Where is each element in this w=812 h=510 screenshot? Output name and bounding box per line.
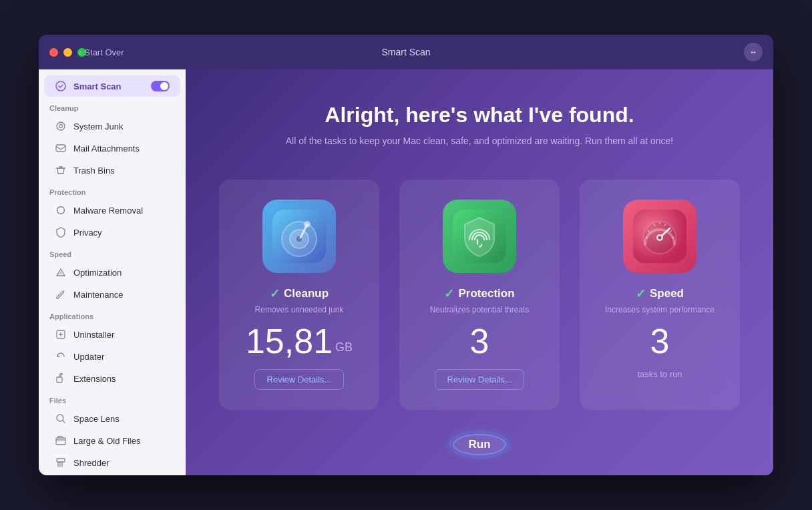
avatar-button[interactable]: ••	[744, 43, 763, 61]
malware-removal-label: Malware Removal	[73, 206, 143, 216]
start-over-label: Start Over	[84, 47, 124, 57]
cleanup-card-icon	[262, 200, 336, 273]
system-junk-label: System Junk	[73, 121, 123, 132]
minimize-button[interactable]	[63, 48, 72, 57]
sidebar-item-smart-scan[interactable]: Smart Scan	[44, 75, 180, 97]
protection-review-button[interactable]: Review Details...	[435, 369, 525, 390]
titlebar-center: Smart Scan	[381, 47, 430, 57]
sidebar-item-maintenance[interactable]: Maintenance	[44, 284, 180, 305]
speed-card-label: ✓ Speed	[636, 286, 684, 301]
sidebar-category-files: Files	[39, 390, 186, 407]
extensions-icon	[55, 372, 67, 385]
cleanup-unit: GB	[335, 340, 353, 354]
sidebar-category-speed: Speed	[39, 244, 186, 261]
cleanup-check-icon: ✓	[270, 286, 280, 301]
sidebar-item-system-junk[interactable]: System Junk	[44, 115, 180, 137]
system-junk-icon	[55, 120, 67, 132]
mail-attachments-label: Mail Attachments	[73, 144, 140, 154]
smart-scan-icon	[55, 80, 67, 92]
optimization-icon	[55, 266, 67, 278]
cleanup-label-text: Cleanup	[284, 287, 329, 300]
protection-desc: Neutralizes potential threats	[430, 305, 530, 314]
maintenance-label: Maintenance	[73, 290, 123, 300]
svg-point-1	[57, 122, 65, 130]
speed-label-text: Speed	[650, 287, 684, 300]
sidebar-category-cleanup: Cleanup	[39, 97, 186, 115]
card-speed: ✓ Speed Increases system performance 3 t…	[580, 180, 740, 410]
svg-point-31	[658, 236, 662, 240]
protection-number-row: 3	[470, 324, 489, 361]
svg-point-11	[57, 415, 63, 421]
sidebar-item-malware-removal[interactable]: Malware Removal	[44, 200, 180, 221]
cleanup-number-row: 15,81 GB	[246, 324, 353, 361]
sidebar-category-applications: Applications	[39, 306, 186, 323]
svg-point-8	[63, 291, 65, 292]
svg-rect-3	[56, 145, 65, 152]
speed-number: 3	[650, 324, 670, 358]
large-old-files-icon	[55, 435, 67, 447]
privacy-label: Privacy	[73, 228, 102, 238]
protection-label-text: Protection	[458, 287, 514, 300]
svg-rect-10	[57, 377, 62, 382]
sidebar-item-extensions[interactable]: Extensions	[44, 368, 180, 389]
protection-card-label: ✓ Protection	[444, 286, 514, 301]
speed-tasks-label: tasks to run	[637, 369, 682, 379]
chevron-left-icon: ‹	[79, 47, 81, 57]
cleanup-review-button[interactable]: Review Details...	[254, 369, 345, 390]
optimization-label: Optimization	[73, 268, 122, 278]
card-cleanup: ✓ Cleanup Removes unneeded junk 15,81 GB…	[219, 180, 379, 410]
sidebar-item-space-lens[interactable]: Space Lens	[44, 408, 180, 429]
maintenance-icon	[55, 288, 67, 300]
sidebar-item-optimization[interactable]: Optimization	[44, 262, 180, 283]
speed-check-icon: ✓	[636, 286, 646, 301]
start-over-button[interactable]: ‹ Start Over	[79, 47, 124, 57]
sidebar-item-updater[interactable]: Updater	[44, 346, 180, 367]
uninstaller-label: Uninstaller	[73, 330, 114, 340]
protection-check-icon: ✓	[444, 286, 454, 301]
close-button[interactable]	[49, 48, 58, 57]
sidebar-item-uninstaller[interactable]: Uninstaller	[44, 324, 180, 345]
speed-card-icon	[623, 200, 696, 273]
updater-icon	[55, 350, 67, 362]
cleanup-card-label: ✓ Cleanup	[270, 286, 329, 301]
shredder-label: Shredder	[73, 458, 109, 468]
large-old-files-label: Large & Old Files	[73, 436, 140, 446]
extensions-label: Extensions	[73, 374, 116, 384]
sidebar-item-large-old-files[interactable]: Large & Old Files	[44, 430, 180, 451]
protection-card-icon	[443, 200, 516, 273]
avatar-text: ••	[751, 48, 756, 56]
updater-label: Updater	[73, 352, 104, 362]
sidebar-smart-scan-label: Smart Scan	[73, 81, 122, 91]
sidebar-category-protection: Protection	[39, 182, 186, 199]
run-label: Run	[468, 438, 490, 451]
sidebar-item-privacy[interactable]: Privacy	[44, 222, 180, 243]
titlebar: ‹ Start Over Smart Scan ••	[39, 35, 773, 69]
main-content: Alright, here's what I've found. All of …	[186, 69, 773, 475]
app-window: ‹ Start Over Smart Scan •• Smart Scan	[39, 35, 773, 475]
svg-rect-12	[56, 438, 65, 445]
svg-point-18	[304, 221, 311, 228]
sidebar: Smart Scan Cleanup System Junk	[39, 69, 186, 475]
space-lens-label: Space Lens	[73, 414, 120, 424]
svg-point-2	[59, 125, 63, 128]
content-area: Smart Scan Cleanup System Junk	[39, 69, 773, 475]
privacy-icon	[55, 226, 67, 238]
run-button[interactable]: Run	[453, 434, 506, 455]
main-title: Alright, here's what I've found.	[325, 103, 634, 127]
cards-row: ✓ Cleanup Removes unneeded junk 15,81 GB…	[212, 180, 747, 410]
sidebar-item-mail-attachments[interactable]: Mail Attachments	[44, 138, 180, 159]
sidebar-item-trash-bins[interactable]: Trash Bins	[44, 160, 180, 181]
cleanup-desc: Removes unneeded junk	[255, 305, 344, 314]
speed-number-row: 3	[650, 324, 670, 361]
smart-scan-toggle[interactable]	[151, 81, 170, 91]
space-lens-icon	[55, 413, 67, 425]
window-title: Smart Scan	[381, 47, 430, 57]
speed-desc: Increases system performance	[605, 305, 715, 314]
cleanup-number: 15,81	[246, 324, 333, 358]
card-protection: ✓ Protection Neutralizes potential threa…	[399, 180, 560, 410]
malware-removal-icon	[55, 204, 67, 216]
shredder-icon	[55, 457, 67, 469]
sidebar-item-shredder[interactable]: Shredder	[44, 452, 180, 473]
svg-rect-13	[57, 459, 65, 462]
protection-number: 3	[470, 324, 489, 358]
